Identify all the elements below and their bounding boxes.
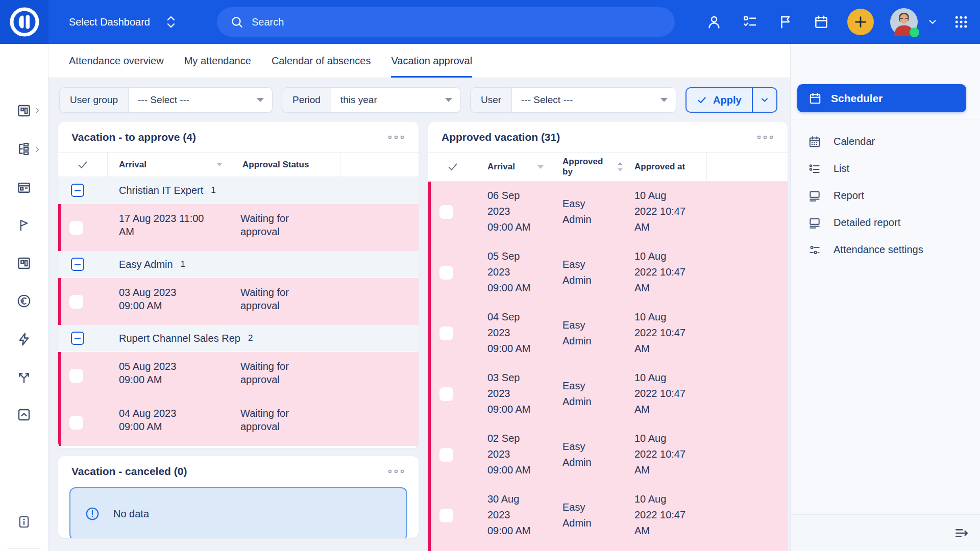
group-checkbox-indeterminate[interactable] [71, 258, 84, 271]
topbar-actions [706, 0, 969, 44]
sort-arrows-icon[interactable] [617, 161, 624, 172]
tab-vacation-approval[interactable]: Vacation approval [391, 44, 472, 78]
approved-row[interactable]: 30 Aug 2023 09:00 AM Easy Admin 10 Aug 2… [431, 485, 788, 546]
sidebar-item-modules[interactable] [16, 256, 32, 271]
vacation-row[interactable]: 03 Aug 2023 09:00 AM Waiting for approva… [58, 278, 419, 325]
user-avatar[interactable] [890, 8, 918, 36]
row-status: Waiting for approval [240, 286, 342, 312]
approved-row[interactable]: 06 Sep 2023 09:00 AM Easy Admin 10 Aug 2… [431, 182, 788, 242]
user-label: User [470, 87, 511, 113]
select-all-check-icon[interactable] [58, 153, 108, 177]
row-checkbox[interactable] [439, 448, 453, 462]
select-caret-icon [257, 98, 264, 102]
row-checkbox[interactable] [69, 416, 83, 430]
approved-row[interactable]: 02 Sep 2023 09:00 AM Easy Admin 10 Aug 2… [431, 424, 788, 485]
row-arrival: 05 Sep 2023 09:00 AM [487, 248, 559, 296]
menu-item-calendar[interactable]: Calendar [791, 128, 980, 155]
row-checkbox[interactable] [439, 387, 453, 401]
sort-caret-icon[interactable] [216, 163, 223, 166]
panel-menu-dots-icon[interactable] [387, 468, 405, 474]
tab-my-attendance[interactable]: My attendance [184, 44, 251, 78]
row-arrival: 05 Aug 2023 09:00 AM [119, 360, 231, 386]
flag-icon[interactable] [778, 14, 793, 30]
approved-table-body: 06 Sep 2023 09:00 AM Easy Admin 10 Aug 2… [428, 182, 788, 551]
sidebar-structure-chevron-right-icon[interactable] [34, 146, 41, 153]
user-group-filter: User group --- Select --- [59, 87, 273, 113]
group-name: Christian IT Expert [119, 185, 203, 196]
row-checkbox[interactable] [69, 221, 83, 235]
panel-menu-dots-icon[interactable] [756, 134, 774, 140]
list-icon [808, 162, 821, 176]
row-approved-at: 10 Aug 2022 10:47 AM [634, 491, 716, 539]
sidebar-item-collapse-box[interactable] [16, 407, 32, 422]
panel-approved-vacation: Approved vacation (31) Arrival Approved … [428, 122, 788, 551]
menu-item-report[interactable]: Report [791, 182, 980, 209]
row-checkbox[interactable] [439, 266, 453, 280]
avatar-chevron-down-icon[interactable] [927, 16, 938, 28]
sort-caret-icon[interactable] [537, 165, 544, 169]
sidebar-item-finance-euro[interactable] [16, 293, 32, 309]
profile-icon[interactable] [706, 14, 722, 30]
period-select[interactable]: this year [331, 87, 461, 113]
search-input[interactable] [252, 16, 662, 28]
check-icon [697, 95, 707, 105]
user-select[interactable]: --- Select --- [511, 87, 676, 113]
row-checkbox[interactable] [439, 327, 453, 340]
approved-row[interactable]: 03 Sep 2023 09:00 AM Easy Admin 10 Aug 2… [431, 364, 788, 424]
row-arrival: 04 Sep 2023 09:00 AM [487, 309, 559, 357]
apply-options-button[interactable] [753, 88, 776, 112]
group-checkbox-indeterminate[interactable] [71, 332, 84, 345]
calendar-icon[interactable] [814, 14, 829, 30]
dashboard-selector-label: Select Dashboard [69, 16, 150, 28]
row-checkbox[interactable] [69, 369, 83, 383]
menu-item-detailed-report[interactable]: Detailed report [791, 209, 980, 236]
sidebar-item-structure[interactable] [16, 142, 32, 157]
scheduler-button[interactable]: Scheduler [797, 84, 966, 112]
menu-item-list[interactable]: List [791, 155, 980, 182]
panel-title: Approved vacation (31) [442, 131, 560, 143]
group-row[interactable]: Christian IT Expert 1 [58, 177, 419, 204]
tab-calendar-of-absences[interactable]: Calendar of absences [272, 44, 371, 78]
vacation-row[interactable]: 17 Aug 2023 11:00 AM Waiting for approva… [58, 204, 419, 251]
sidebar-item-workflow-split[interactable] [16, 370, 32, 385]
group-row[interactable]: Easy Admin 1 [58, 251, 419, 278]
menu-item-attendance-settings[interactable]: Attendance settings [791, 236, 980, 263]
panel-menu-dots-icon[interactable] [387, 134, 405, 140]
approved-row[interactable]: 05 Sep 2023 09:00 AM Easy Admin 10 Aug 2… [431, 242, 788, 303]
calendar-icon [808, 92, 822, 105]
topbar: Select Dashboard [0, 0, 980, 44]
sidebar-item-dashboards[interactable] [16, 103, 32, 118]
group-count: 1 [181, 259, 185, 269]
alert-circle-icon [85, 506, 100, 521]
column-approved-at: Approved at [634, 162, 685, 172]
group-row[interactable]: Rupert Channel Sales Rep 2 [58, 325, 419, 352]
menu-item-label: List [834, 163, 849, 174]
group-checkbox-indeterminate[interactable] [71, 184, 84, 197]
row-status: Waiting for approval [240, 360, 342, 386]
apply-button[interactable]: Apply [687, 88, 753, 112]
vacation-row[interactable]: 05 Aug 2023 09:00 AM Waiting for approva… [58, 352, 419, 399]
app-logo[interactable] [0, 0, 48, 44]
no-data-alert: No data [69, 487, 407, 538]
select-all-check-icon[interactable] [428, 153, 477, 181]
row-checkbox[interactable] [439, 205, 453, 219]
sidebar-item-milestones-flag[interactable] [16, 217, 32, 233]
sidebar-item-quick-actions-lightning[interactable] [16, 332, 32, 347]
sidebar-item-pages[interactable] [16, 180, 32, 195]
left-sidebar [0, 44, 48, 551]
approved-row[interactable]: 04 Sep 2023 09:00 AM Easy Admin 10 Aug 2… [431, 303, 788, 364]
row-checkbox[interactable] [439, 509, 453, 522]
apps-grid-icon[interactable] [953, 14, 969, 30]
panel-expand-icon[interactable] [953, 525, 970, 541]
period-value: this year [340, 94, 377, 106]
add-button[interactable] [847, 9, 874, 35]
row-checkbox[interactable] [69, 295, 83, 309]
user-group-select[interactable]: --- Select --- [128, 87, 273, 113]
tasks-icon[interactable] [742, 14, 757, 30]
footer-divider [938, 515, 938, 551]
tab-attendance-overview[interactable]: Attendance overview [69, 44, 164, 78]
sidebar-dashboards-chevron-right-icon[interactable] [34, 107, 41, 114]
sidebar-item-info[interactable] [16, 514, 32, 530]
dashboard-selector[interactable]: Select Dashboard [69, 0, 177, 44]
vacation-row[interactable]: 04 Aug 2023 09:00 AM Waiting for approva… [58, 399, 419, 446]
